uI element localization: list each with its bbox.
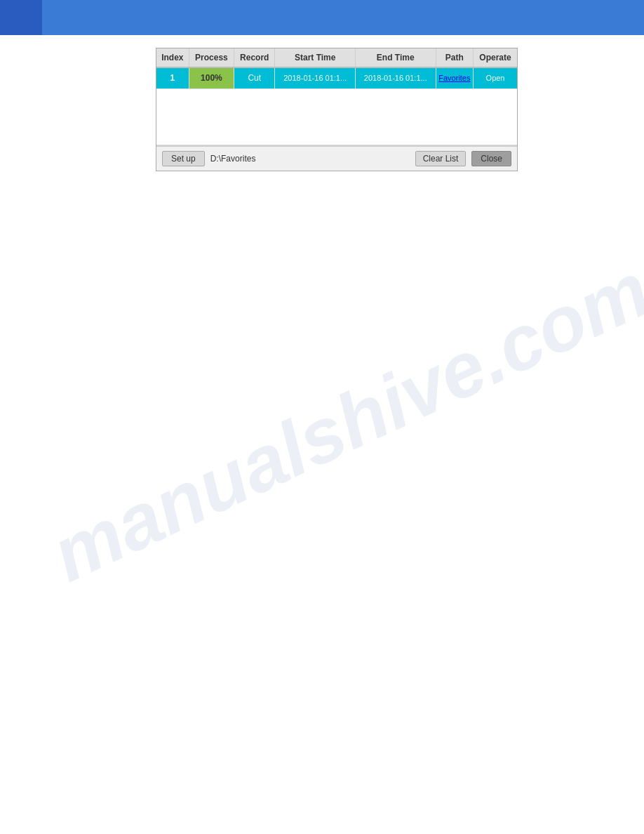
col-path: Path — [436, 48, 474, 67]
cell-operate: Open — [474, 67, 517, 88]
cell-end-time: 2018-01-16 01:1... — [355, 67, 436, 88]
records-table: Index Process Record Start Time End Time… — [156, 48, 517, 145]
cell-record: Cut — [234, 67, 275, 88]
col-operate: Operate — [474, 48, 517, 67]
col-index: Index — [156, 48, 189, 67]
cell-path[interactable]: Favorites — [436, 67, 474, 88]
empty-cell — [156, 88, 517, 145]
watermark: manualshive.com — [105, 211, 596, 632]
close-button[interactable]: Close — [471, 151, 511, 166]
watermark-text: manualshive.com — [39, 244, 644, 598]
clear-list-button[interactable]: Clear List — [415, 151, 467, 166]
open-button[interactable]: Open — [478, 72, 514, 84]
bottom-bar: Set up D:\Favorites Clear List Close — [156, 146, 517, 171]
top-bar-accent — [0, 0, 42, 35]
cell-process: 100% — [189, 67, 234, 88]
top-bar — [0, 0, 644, 35]
table-row: 1 100% Cut 2018-01-16 01:1... 2018-01-16… — [156, 67, 517, 88]
col-process: Process — [189, 48, 234, 67]
col-record: Record — [234, 48, 275, 67]
col-start-time: Start Time — [275, 48, 356, 67]
table-container: Index Process Record Start Time End Time… — [156, 48, 517, 146]
empty-row — [156, 88, 517, 145]
table-header-row: Index Process Record Start Time End Time… — [156, 48, 517, 67]
cell-index: 1 — [156, 67, 189, 88]
path-link[interactable]: Favorites — [438, 74, 470, 82]
path-display: D:\Favorites — [210, 154, 410, 164]
cell-start-time: 2018-01-16 01:1... — [275, 67, 356, 88]
col-end-time: End Time — [355, 48, 436, 67]
setup-button[interactable]: Set up — [162, 151, 205, 166]
dialog: Index Process Record Start Time End Time… — [156, 48, 518, 171]
